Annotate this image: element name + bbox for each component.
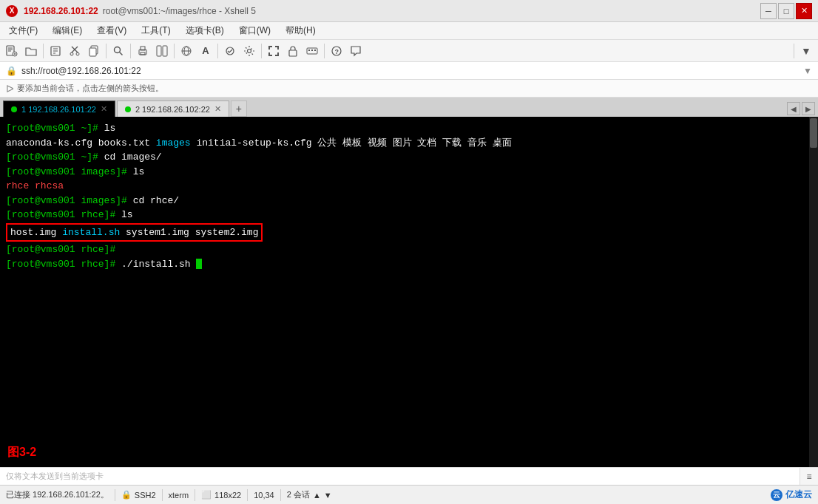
info-bar: ᐅ 要添加当前会话，点击左侧的箭头按钮。 (0, 80, 818, 98)
status-sep-5 (280, 489, 281, 501)
toolbar-keys[interactable] (303, 42, 321, 60)
title-ip: 192.168.26.101:22 (24, 6, 98, 16)
toolbar-text-format[interactable]: A (197, 42, 214, 60)
toolbar-fullscreen[interactable] (265, 42, 283, 60)
cmd-1: ls (104, 123, 116, 134)
toolbar-properties[interactable] (47, 42, 64, 60)
toolbar-settings[interactable] (240, 42, 258, 60)
tab-navigation: ◀ ▶ (787, 102, 815, 117)
minimize-button[interactable]: ─ (760, 3, 777, 19)
bottom-bar: 已连接 192.168.26.101:22。 🔒 SSH2 xterm ⬜ 11… (0, 485, 818, 504)
toolbar-new[interactable] (3, 42, 21, 60)
cmd-4: ls (133, 166, 145, 177)
tab-2-close[interactable]: ✕ (214, 104, 221, 114)
terminal-scrollbar-thumb[interactable] (810, 118, 817, 148)
svg-point-17 (115, 47, 121, 52)
dir-rhcsa: rhcsa (35, 180, 64, 191)
svg-rect-16 (89, 48, 96, 56)
svg-point-27 (226, 47, 234, 55)
toolbar-split[interactable] (153, 42, 171, 60)
prompt-10: [root@vms001 rhce]# (6, 259, 115, 270)
brand-name: 亿速云 (785, 488, 812, 501)
tab-1[interactable]: 1 192.168.26.101:22 ✕ (3, 101, 115, 117)
menu-view[interactable]: 查看(V) (91, 23, 132, 38)
tab-2[interactable]: 2 192.168.26.102:22 ✕ (117, 101, 229, 117)
terminal-line-10: [root@vms001 rhce]# ./install.sh (6, 257, 803, 272)
input-placeholder: 仅将文本发送到当前选项卡 (0, 468, 800, 485)
svg-rect-31 (308, 50, 310, 51)
tab-1-close[interactable]: ✕ (101, 104, 107, 114)
toolbar-copy[interactable] (85, 42, 103, 60)
tab-prev-button[interactable]: ◀ (787, 102, 800, 115)
toolbar-sep-3 (130, 44, 131, 58)
tab-1-label: 1 192.168.26.101:22 (21, 105, 96, 114)
menu-window[interactable]: 窗口(W) (233, 23, 277, 38)
svg-rect-23 (163, 46, 167, 56)
tab-next-button[interactable]: ▶ (802, 102, 815, 115)
toolbar-sep-6 (261, 44, 262, 58)
tab-2-dot (125, 106, 131, 112)
toolbar-chat[interactable] (347, 42, 365, 60)
scroll-up-btn[interactable]: ▲ (313, 491, 321, 500)
address-dropdown[interactable]: ▼ (803, 66, 812, 76)
terminal-type: xterm (169, 491, 189, 500)
status-sep-4 (247, 489, 248, 501)
menu-edit[interactable]: 编辑(E) (47, 23, 88, 38)
menu-help[interactable]: 帮助(H) (280, 23, 322, 38)
terminal-scrollbar[interactable] (809, 117, 818, 467)
menu-file[interactable]: 文件(F) (3, 23, 44, 38)
toolbar-find[interactable] (109, 42, 127, 60)
cmd-10: ./install.sh (121, 259, 196, 270)
terminal-line-5: rhce rhcsa (6, 179, 803, 194)
address-bar: 🔒 ssh://root@192.168.26.101:22 ▼ (0, 62, 818, 80)
file-images: images (156, 137, 191, 149)
input-bar: 仅将文本发送到当前选项卡 ≡ (0, 467, 818, 485)
toolbar-print[interactable] (134, 42, 152, 60)
sessions-count: 2 会话 (287, 489, 310, 500)
status-sep-2 (162, 489, 163, 501)
title-text: root@vms001:~/images/rhce - Xshell 5 (103, 6, 256, 16)
terminal-line-9: [root@vms001 rhce]# (6, 242, 803, 257)
scroll-down-btn[interactable]: ▼ (324, 491, 332, 500)
protocol-label: SSH2 (135, 491, 156, 500)
maximize-button[interactable]: □ (778, 3, 794, 19)
svg-text:?: ? (335, 48, 339, 55)
terminal[interactable]: [root@vms001 ~]# ls anaconda-ks.cfg book… (0, 117, 818, 467)
menu-tools[interactable]: 工具(T) (135, 23, 176, 38)
terminal-line-6: [root@vms001 images]# cd rhce/ (6, 194, 803, 208)
toolbar-lock[interactable] (284, 42, 302, 60)
toolbar-cut[interactable] (66, 42, 84, 60)
toolbar-open[interactable] (22, 42, 40, 60)
hl-install: install.sh (62, 227, 120, 238)
toolbar-compose[interactable] (221, 42, 239, 60)
menu-tabs[interactable]: 选项卡(B) (180, 23, 230, 38)
app-icon: X (6, 5, 18, 17)
connection-status: 已连接 192.168.26.101:22。 (6, 489, 109, 500)
terminal-line-4: [root@vms001 images]# ls (6, 165, 803, 180)
input-menu-btn[interactable]: ≡ (800, 468, 818, 486)
svg-rect-33 (314, 50, 316, 51)
toolbar-globe[interactable] (178, 42, 195, 60)
toolbar-help[interactable]: ? (328, 42, 345, 60)
status-sep-1 (115, 489, 115, 501)
menu-bar: 文件(F) 编辑(E) 查看(V) 工具(T) 选项卡(B) 窗口(W) 帮助(… (0, 22, 818, 40)
tab-bar: 1 192.168.26.101:22 ✕ 2 192.168.26.102:2… (0, 98, 818, 117)
hl-systems: system1.img system2.img (120, 227, 258, 238)
svg-rect-32 (311, 50, 313, 51)
svg-rect-21 (141, 52, 145, 55)
toolbar: A ? ▼ (0, 40, 818, 62)
close-button[interactable]: ✕ (796, 3, 812, 19)
svg-line-18 (120, 52, 123, 55)
svg-point-13 (70, 52, 73, 55)
address-text: ssh://root@192.168.26.101:22 (21, 66, 141, 76)
terminal-line-2: anaconda-ks.cfg books.txt images initial… (6, 136, 803, 151)
info-text: 要添加当前会话，点击左侧的箭头按钮。 (17, 83, 163, 94)
toolbar-dropdown[interactable]: ▼ (797, 42, 815, 60)
tab-add-button[interactable]: + (231, 101, 247, 117)
cursor-position: 10,34 (254, 491, 274, 500)
svg-point-14 (76, 52, 79, 55)
title-bar: X 192.168.26.101:22 root@vms001:~/images… (0, 0, 818, 22)
figure-label: 图3-2 (7, 443, 36, 461)
prompt-6: [root@vms001 images]# (6, 195, 127, 206)
svg-rect-22 (157, 46, 161, 56)
